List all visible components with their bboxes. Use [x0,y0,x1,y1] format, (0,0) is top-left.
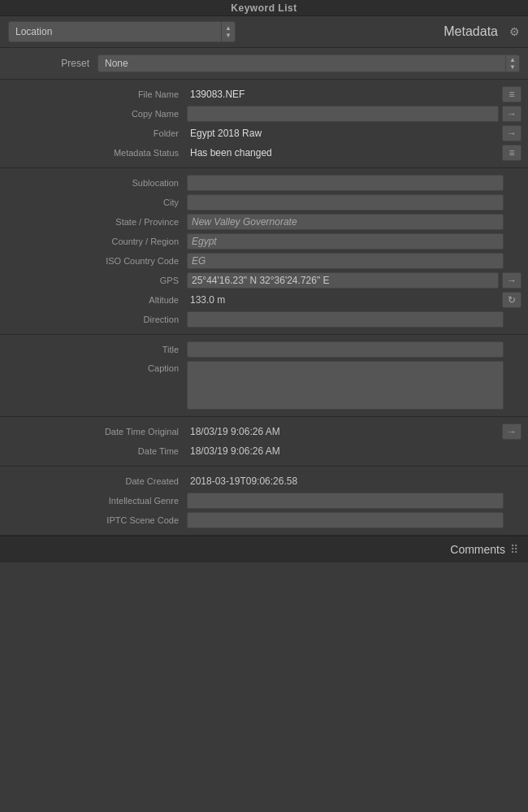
date-created-row: Date Created 2018-03-19T09:06:26.58 [0,471,528,491]
file-name-list-btn[interactable]: ≡ [502,86,522,102]
copy-name-arrow-btn[interactable]: → [502,106,522,122]
title-label: Title [0,345,187,354]
metadata-label: Metadata [444,24,498,39]
list-icon: ≡ [509,89,514,100]
metadata-status-list-btn[interactable]: ≡ [502,145,522,161]
gps-arrow-btn[interactable]: → [502,272,522,289]
date-time-label: Date Time [0,446,187,456]
folder-field: Egypt 2018 Raw → [187,125,526,141]
state-province-input[interactable] [187,214,504,230]
gps-input[interactable] [187,272,499,289]
caption-row: Caption [0,359,528,411]
caption-label: Caption [0,361,187,373]
location-select-arrows[interactable]: ▲ ▼ [221,22,235,41]
preset-label: Preset [8,58,89,69]
copy-name-field: → [187,106,526,122]
iptc-scene-code-row: IPTC Scene Code [0,510,528,530]
gps-arrow-icon: → [507,275,517,286]
altitude-label: Altitude [0,295,187,305]
iso-country-code-row: ISO Country Code [0,251,528,271]
date-created-value: 2018-03-19T09:06:26.58 [187,475,528,488]
chevron-down-icon: ▼ [225,32,232,39]
country-region-row: Country / Region [0,232,528,251]
iptc-scene-code-label: IPTC Scene Code [0,515,187,525]
iso-country-code-label: ISO Country Code [0,256,187,266]
preset-select-wrapper[interactable]: None ▲ ▼ [97,54,520,72]
sublocation-row: Sublocation [0,173,528,193]
date-time-row: Date Time 18/03/19 9:06:26 AM [0,441,528,461]
altitude-row: Altitude 133.0 m ↻ [0,290,528,310]
file-name-value: 139083.NEF [187,88,502,101]
iptc-section: Date Created 2018-03-19T09:06:26.58 Inte… [0,467,528,536]
metadata-status-row: Metadata Status Has been changed ≡ [0,143,528,163]
folder-row: Folder Egypt 2018 Raw → [0,124,528,143]
comments-label: Comments [450,543,505,556]
gps-row: GPS → [0,271,528,290]
folder-value: Egypt 2018 Raw [187,127,502,140]
altitude-refresh-btn[interactable]: ↻ [502,292,522,308]
date-time-original-value: 18/03/19 9:06:26 AM [187,425,502,438]
title-caption-section: Title Caption [0,335,528,417]
preset-arrows[interactable]: ▲ ▼ [505,55,519,72]
comments-icon[interactable]: ⠿ [510,543,518,556]
country-region-label: Country / Region [0,237,187,246]
country-region-input[interactable] [187,233,504,250]
date-time-original-field: 18/03/19 9:06:26 AM → [187,423,526,440]
preset-chevron-up-icon: ▲ [509,56,516,63]
file-name-row: File Name 139083.NEF ≡ [0,85,528,104]
date-time-original-arrow-icon: → [507,426,517,437]
date-time-original-label: Date Time Original [0,427,187,436]
location-section: Sublocation City State / Province Countr… [0,168,528,335]
city-row: City [0,193,528,212]
gear-icon[interactable]: ⚙ [509,25,520,38]
city-label: City [0,198,187,207]
sublocation-label: Sublocation [0,178,187,188]
copy-name-label: Copy Name [0,109,187,119]
title-input[interactable] [187,341,504,358]
direction-input[interactable] [187,311,504,328]
gps-field: → [187,272,526,289]
arrow-right-icon: → [507,108,517,119]
iso-country-code-input[interactable] [187,253,504,269]
top-bar: Keyword List [0,0,528,16]
file-name-field: 139083.NEF ≡ [187,86,526,102]
intellectual-genre-input[interactable] [187,493,504,509]
copy-name-row: Copy Name → [0,104,528,124]
header-row: Location ▲ ▼ Metadata ⚙ [0,16,528,48]
top-bar-title: Keyword List [231,2,296,14]
sublocation-input[interactable] [187,175,504,191]
refresh-icon: ↻ [508,294,516,306]
date-time-original-arrow-btn[interactable]: → [502,423,522,440]
chevron-up-icon: ▲ [225,24,232,32]
metadata-status-label: Metadata Status [0,148,187,158]
preset-select[interactable]: None [98,58,505,69]
caption-textarea[interactable] [187,361,504,410]
metadata-status-field: Has been changed ≡ [187,145,526,161]
folder-label: Folder [0,128,187,138]
altitude-value: 133.0 m [187,293,502,306]
preset-chevron-down-icon: ▼ [509,63,516,71]
date-section: Date Time Original 18/03/19 9:06:26 AM →… [0,417,528,467]
direction-label: Direction [0,315,187,324]
preset-row: Preset None ▲ ▼ [0,48,528,80]
copy-name-input[interactable] [187,106,499,122]
location-select[interactable]: Location [9,26,221,37]
file-info-section: File Name 139083.NEF ≡ Copy Name → Folde… [0,80,528,168]
metadata-panel: Preset None ▲ ▼ File Name 139083.NEF ≡ C… [0,48,528,536]
location-select-wrapper[interactable]: Location ▲ ▼ [8,21,236,42]
state-province-row: State / Province [0,212,528,232]
altitude-field: 133.0 m ↻ [187,292,526,308]
city-input[interactable] [187,194,504,211]
direction-row: Direction [0,310,528,329]
file-name-label: File Name [0,89,187,99]
intellectual-genre-row: Intellectual Genre [0,491,528,510]
date-time-value: 18/03/19 9:06:26 AM [187,445,528,458]
folder-arrow-icon: → [507,128,517,139]
gps-label: GPS [0,276,187,285]
iptc-scene-code-input[interactable] [187,512,504,528]
metadata-status-list-icon: ≡ [509,147,514,158]
state-province-label: State / Province [0,217,187,227]
folder-arrow-btn[interactable]: → [502,125,522,141]
metadata-status-value: Has been changed [187,146,502,159]
title-row: Title [0,340,528,359]
